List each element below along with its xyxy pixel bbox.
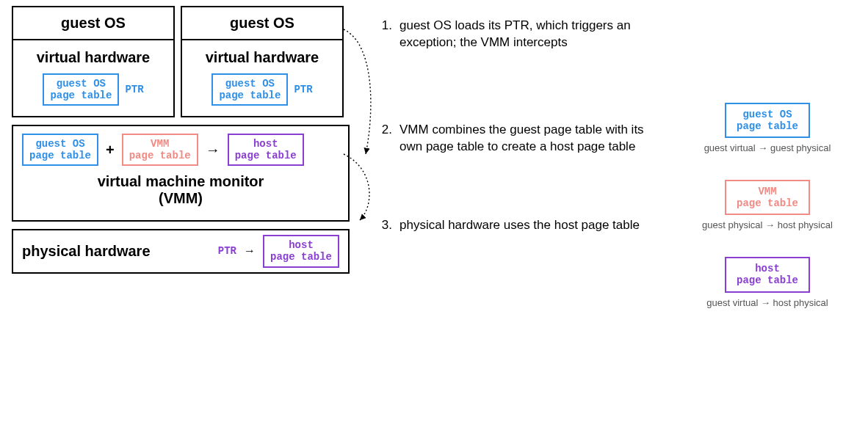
legend-guest: guest OS page table guest virtual → gues… — [676, 103, 859, 153]
ptr-label-2: PTR — [294, 84, 312, 95]
physical-hardware-box: physical hardware PTR → host page table — [12, 229, 350, 273]
phys-arrow: → — [244, 244, 256, 258]
step-3-number: 3. — [379, 217, 392, 234]
step-2-number: 2. — [379, 122, 392, 156]
guest-page-table-box-1: guest OS page table — [43, 73, 119, 106]
guest-os-title-2: guest OS — [182, 7, 342, 40]
legend-host-box: host page table — [725, 257, 810, 292]
vm-box-1: guest OS virtual hardware guest OS page … — [12, 6, 175, 117]
physical-hardware-right: PTR → host page table — [218, 235, 339, 267]
vm-box-2: guest OS virtual hardware guest OS page … — [181, 6, 344, 117]
legend-vmm: VMM page table guest physical → host phy… — [676, 180, 859, 230]
virtual-hardware-body-2: guest OS page table PTR — [182, 69, 342, 116]
step-3: 3. physical hardware uses the host page … — [379, 217, 651, 234]
physical-hardware-label: physical hardware — [22, 243, 151, 260]
guest-page-table-box-2: guest OS page table — [211, 73, 288, 106]
steps-column: 1. guest OS loads its PTR, which trigger… — [379, 18, 651, 281]
diagram-left-column: guest OS virtual hardware guest OS page … — [12, 6, 350, 274]
step-2-text: VMM combines the guest page table with i… — [399, 122, 651, 156]
virtual-hardware-label-2: virtual hardware — [182, 40, 342, 69]
legend-host: host page table guest virtual → host phy… — [676, 257, 859, 307]
legend-vmm-caption: guest physical → host physical — [676, 219, 859, 230]
step-3-text: physical hardware uses the host page tab… — [399, 217, 651, 234]
arrow-operator: → — [206, 142, 220, 158]
virtual-hardware-label-1: virtual hardware — [13, 40, 173, 69]
vmm-guest-pt-box: guest OS page table — [22, 134, 98, 166]
vm-row: guest OS virtual hardware guest OS page … — [12, 6, 350, 117]
legend-host-caption: guest virtual → host physical — [676, 297, 859, 308]
plus-operator: + — [106, 142, 115, 158]
legend-guest-box: guest OS page table — [725, 103, 810, 138]
legend-column: guest OS page table guest virtual → gues… — [676, 103, 859, 335]
vmm-box: guest OS page table + VMM page table → h… — [12, 125, 350, 222]
ptr-label-1: PTR — [125, 84, 143, 95]
step-1: 1. guest OS loads its PTR, which trigger… — [379, 18, 651, 51]
step-1-text: guest OS loads its PTR, which triggers a… — [399, 18, 651, 51]
phys-ptr-label: PTR — [218, 245, 236, 257]
vmm-page-table-box: VMM page table — [122, 134, 198, 166]
guest-os-title-1: guest OS — [13, 7, 173, 40]
step-2: 2. VMM combines the guest page table wit… — [379, 122, 651, 156]
virtual-hardware-body-1: guest OS page table PTR — [13, 69, 173, 116]
legend-vmm-box: VMM page table — [725, 180, 810, 215]
step-1-number: 1. — [379, 18, 392, 51]
vmm-equation-row: guest OS page table + VMM page table → h… — [22, 134, 339, 166]
legend-guest-caption: guest virtual → guest physical — [676, 142, 859, 153]
phys-host-pt-box: host page table — [263, 235, 339, 267]
vmm-label: virtual machine monitor (VMM) — [22, 166, 339, 216]
vmm-host-pt-box: host page table — [228, 134, 304, 166]
